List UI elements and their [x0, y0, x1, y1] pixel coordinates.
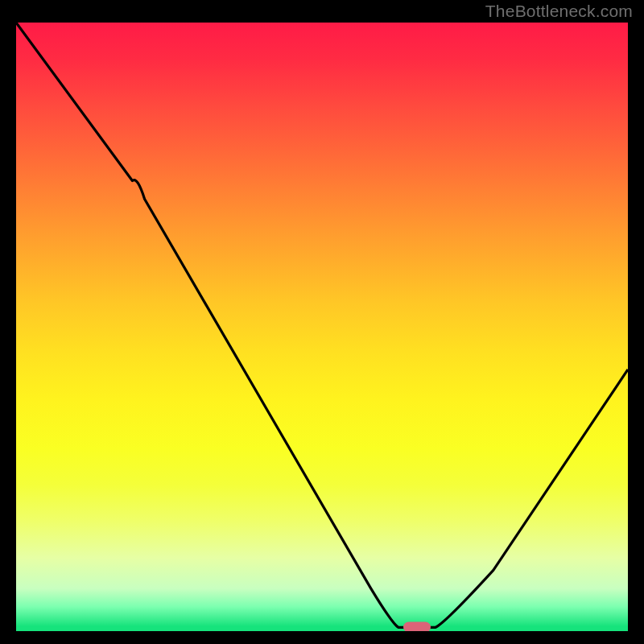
plot-area — [16, 23, 628, 631]
bottleneck-curve — [16, 23, 628, 631]
watermark-text: TheBottleneck.com — [485, 2, 633, 21]
optimum-marker — [403, 622, 431, 631]
